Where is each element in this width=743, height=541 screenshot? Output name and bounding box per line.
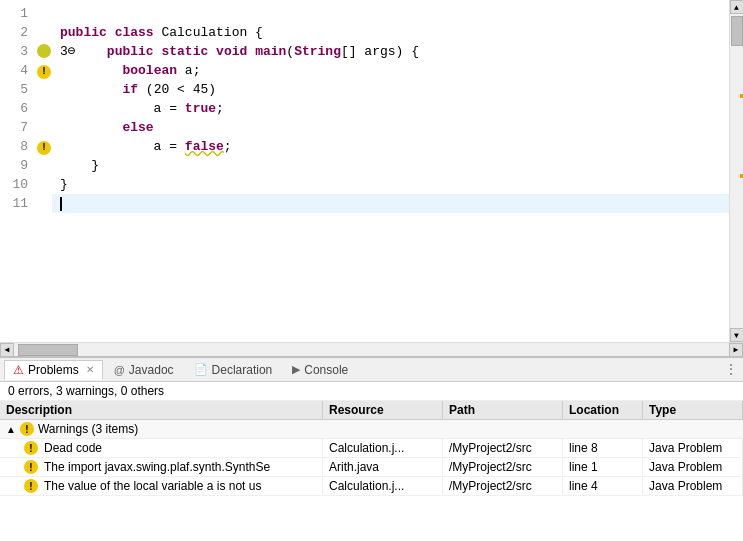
- tab-declaration[interactable]: 📄 Declaration: [185, 360, 282, 380]
- code-content[interactable]: public class Calculation { 3⊖ public sta…: [52, 0, 729, 342]
- row2-icon: !: [24, 460, 38, 474]
- row2-path: /MyProject2/src: [443, 458, 563, 476]
- warning-icon-line4: !: [37, 65, 51, 79]
- row1-icon: !: [24, 441, 38, 455]
- bottom-panel: ⚠ Problems ✕ @ Javadoc 📄 Declaration ▶ C…: [0, 356, 743, 541]
- row3-desc: ! The value of the local variable a is n…: [0, 477, 323, 495]
- group-label: Warnings (3 items): [38, 422, 138, 436]
- row2-resource: Arith.java: [323, 458, 443, 476]
- panel-menu-btn[interactable]: ⋮: [725, 362, 737, 377]
- warning-gutter-4: !: [37, 63, 51, 77]
- code-line-1: [52, 4, 729, 23]
- code-line-6: a = true;: [52, 99, 729, 118]
- console-tab-icon: ▶: [292, 363, 300, 376]
- warning-icon-line8: !: [37, 141, 51, 155]
- row3-resource: Calculation.j...: [323, 477, 443, 495]
- status-text: 0 errors, 3 warnings, 0 others: [8, 384, 164, 398]
- problems-tab-close[interactable]: ✕: [86, 364, 94, 375]
- code-line-11: [52, 194, 729, 213]
- scroll-right-arrow[interactable]: ▶: [729, 343, 743, 357]
- code-line-4: boolean a;: [52, 61, 729, 80]
- row3-location: line 4: [563, 477, 643, 495]
- code-container: 1 2 3 4 5 6 7 8 9 10 11 ! !: [0, 0, 743, 342]
- row3-path: /MyProject2/src: [443, 477, 563, 495]
- row3-type: Java Problem: [643, 477, 743, 495]
- gutter: ! !: [36, 0, 52, 342]
- declaration-tab-label: Declaration: [212, 363, 273, 377]
- scroll-thumb[interactable]: [731, 16, 743, 46]
- h-scroll-track[interactable]: [14, 343, 729, 357]
- declaration-tab-icon: 📄: [194, 363, 208, 376]
- group-warning-icon: !: [20, 422, 34, 436]
- row2-location: line 1: [563, 458, 643, 476]
- warnings-group-header[interactable]: ▲ ! Warnings (3 items): [0, 420, 743, 439]
- col-location: Location: [563, 401, 643, 419]
- problem-row-2[interactable]: ! The import javax.swing.plaf.synth.Synt…: [0, 458, 743, 477]
- tab-javadoc[interactable]: @ Javadoc: [105, 360, 183, 380]
- col-resource: Resource: [323, 401, 443, 419]
- problems-table[interactable]: Description Resource Path Location Type …: [0, 401, 743, 541]
- problem-row-3[interactable]: ! The value of the local variable a is n…: [0, 477, 743, 496]
- tabs-wrapper: ⚠ Problems ✕ @ Javadoc 📄 Declaration ▶ C…: [0, 358, 743, 382]
- row1-location: line 8: [563, 439, 643, 457]
- code-line-5: if (20 < 45): [52, 80, 729, 99]
- tab-console[interactable]: ▶ Console: [283, 360, 357, 380]
- editor-area: 1 2 3 4 5 6 7 8 9 10 11 ! !: [0, 0, 743, 356]
- col-description: Description: [0, 401, 323, 419]
- scroll-left-arrow[interactable]: ◀: [0, 343, 14, 357]
- code-line-2: public class Calculation {: [52, 23, 729, 42]
- problem-row-1[interactable]: ! Dead code Calculation.j... /MyProject2…: [0, 439, 743, 458]
- scroll-track[interactable]: [730, 14, 744, 328]
- code-line-3: 3⊖ public static void main(String[] args…: [52, 42, 729, 61]
- group-triangle: ▲: [6, 424, 16, 435]
- row3-icon: !: [24, 479, 38, 493]
- code-line-9: }: [52, 156, 729, 175]
- kw-class: class: [115, 23, 154, 42]
- breakpoint-marker[interactable]: [37, 44, 51, 58]
- row1-type: Java Problem: [643, 439, 743, 457]
- status-bar: 0 errors, 3 warnings, 0 others: [0, 382, 743, 401]
- row1-resource: Calculation.j...: [323, 439, 443, 457]
- table-header: Description Resource Path Location Type: [0, 401, 743, 420]
- scroll-down-arrow[interactable]: ▼: [730, 328, 744, 342]
- tab-problems[interactable]: ⚠ Problems ✕: [4, 360, 103, 380]
- console-tab-label: Console: [304, 363, 348, 377]
- problems-tab-icon: ⚠: [13, 363, 24, 377]
- h-scroll-thumb[interactable]: [18, 344, 78, 356]
- row2-type: Java Problem: [643, 458, 743, 476]
- row1-desc: ! Dead code: [0, 439, 323, 457]
- javadoc-tab-icon: @: [114, 364, 125, 376]
- scroll-marker-2: [740, 174, 744, 178]
- line-numbers: 1 2 3 4 5 6 7 8 9 10 11: [0, 0, 36, 342]
- scroll-marker-1: [740, 94, 744, 98]
- warning-gutter-8: !: [37, 139, 51, 153]
- scroll-up-arrow[interactable]: ▲: [730, 0, 744, 14]
- javadoc-tab-label: Javadoc: [129, 363, 174, 377]
- text-cursor: [60, 197, 62, 211]
- row1-path: /MyProject2/src: [443, 439, 563, 457]
- col-path: Path: [443, 401, 563, 419]
- code-line-10: }: [52, 175, 729, 194]
- code-line-7: else: [52, 118, 729, 137]
- kw-public: public: [60, 23, 107, 42]
- horizontal-scrollbar[interactable]: ◀ ▶: [0, 342, 743, 356]
- tabs-bar: ⚠ Problems ✕ @ Javadoc 📄 Declaration ▶ C…: [0, 358, 743, 382]
- col-type: Type: [643, 401, 743, 419]
- problems-tab-label: Problems: [28, 363, 79, 377]
- vertical-scrollbar[interactable]: ▲ ▼: [729, 0, 743, 342]
- row2-desc: ! The import javax.swing.plaf.synth.Synt…: [0, 458, 323, 476]
- code-line-8: a = false;: [52, 137, 729, 156]
